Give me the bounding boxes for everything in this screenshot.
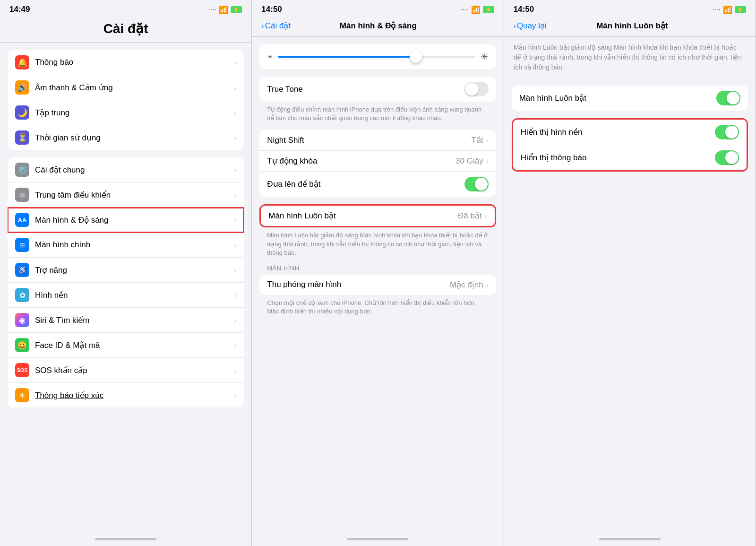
settings-row-hien-thi-hinh-nen[interactable]: Hiển thị hình nền [513, 120, 747, 145]
hinh-nen-icon: ✿ [15, 288, 29, 302]
thong-bao-label: Thông báo [35, 58, 234, 67]
chevron-face-id: › [234, 341, 236, 349]
settings-row-hinh-nen[interactable]: ✿ Hình nền › [8, 283, 244, 308]
home-bar-3 [599, 538, 661, 540]
chevron-thong-bao: › [234, 59, 236, 67]
hien-thi-hinh-nen-label: Hiển thị hình nền [521, 127, 715, 137]
home-indicator-3 [504, 532, 756, 546]
nav-title-3: Màn hình Luôn bật [518, 21, 746, 31]
face-id-icon: 😀 [15, 338, 29, 352]
settings-section-display-2: Night Shift Tắt › Tự động khóa 30 Giây ›… [259, 130, 496, 197]
thoi-gian-icon: ⏳ [15, 130, 29, 145]
hien-thi-thong-bao-label: Hiển thị thông báo [521, 153, 715, 163]
always-on-toggle[interactable] [716, 91, 740, 105]
settings-row-man-hinh-chinh[interactable]: ⊞ Màn hình chính › [8, 233, 244, 258]
settings-row-thoi-gian[interactable]: ⏳ Thời gian sử dụng › [8, 125, 244, 150]
brightness-thumb[interactable] [410, 51, 422, 63]
settings-scroll-1[interactable]: 🔔 Thông báo › 🔊 Âm thanh & Cảm ứng › 🌙 T… [0, 43, 251, 532]
settings-row-man-hinh[interactable]: AA Màn hình & Độ sáng › [8, 208, 244, 233]
hinh-nen-label: Hình nền [35, 290, 234, 300]
status-icons-2: ···· 📶 ⚡ [460, 5, 494, 14]
hien-thi-thong-bao-thumb [725, 151, 738, 164]
signal-icon-3: ···· [713, 6, 721, 13]
settings-row-dua-len[interactable]: Đưa lên để bật [259, 172, 496, 197]
settings-section-always-on-1: Màn hình Luôn bật [512, 86, 748, 111]
settings-row-thong-bao-tiep-xuc[interactable]: ☀ Thông báo tiếp xúc › [8, 383, 244, 407]
wifi-icon-1: 📶 [219, 5, 228, 14]
panel-settings: 14:49 ···· 📶 ⚡ Cài đặt 🔔 Thông báo › 🔊 Â… [0, 0, 252, 546]
hien-thi-thong-bao-toggle[interactable] [715, 150, 739, 165]
tap-trung-icon: 🌙 [15, 105, 29, 120]
trung-tam-label: Trung tâm điều khiển [35, 190, 234, 200]
chevron-trung-tam: › [234, 191, 236, 199]
battery-icon-1: ⚡ [231, 6, 242, 13]
settings-row-man-hinh-luon-bat[interactable]: Màn hình Luôn bật Đã bật › [261, 206, 494, 226]
dua-len-toggle[interactable] [464, 177, 489, 191]
chevron-man-hinh: › [234, 216, 236, 224]
settings-section-2: ⚙️ Cài đặt chung › ⊞ Trung tâm điều khiể… [8, 157, 244, 407]
settings-row-true-tone[interactable]: True Tone [259, 77, 496, 102]
settings-row-tu-dong-khoa[interactable]: Tự động khóa 30 Giây › [259, 151, 496, 172]
tap-trung-label: Tập trung [35, 108, 234, 118]
brightness-fill [278, 56, 416, 58]
settings-row-always-on-toggle[interactable]: Màn hình Luôn bật [512, 86, 748, 111]
status-time-1: 14:49 [9, 5, 30, 14]
man-hinh-label: Màn hình & Độ sáng [35, 215, 234, 225]
man-hinh-chinh-label: Màn hình chính [35, 240, 234, 250]
cai-dat-chung-icon: ⚙️ [15, 163, 29, 177]
home-indicator-1 [0, 532, 251, 546]
settings-row-trung-tam[interactable]: ⊞ Trung tâm điều khiển › [8, 182, 244, 208]
status-time-3: 14:50 [514, 5, 534, 14]
settings-row-thong-bao[interactable]: 🔔 Thông báo › [8, 50, 244, 75]
chevron-thoi-gian: › [234, 134, 236, 142]
signal-icon-2: ···· [460, 6, 468, 13]
true-tone-toggle[interactable] [464, 82, 489, 96]
settings-row-face-id[interactable]: 😀 Face ID & Mật mã › [8, 333, 244, 358]
settings-row-siri[interactable]: ◉ Siri & Tìm kiếm › [8, 308, 244, 333]
settings-row-tro-nang[interactable]: ♿ Trợ năng › [8, 258, 244, 283]
settings-row-cai-dat-chung[interactable]: ⚙️ Cài đặt chung › [8, 157, 244, 182]
settings-row-thu-phong[interactable]: Thu phóng màn hình Mặc định › [259, 275, 496, 295]
nav-header-2: ‹ Cài đặt Màn hình & Độ sáng [252, 17, 503, 37]
chevron-man-hinh-chinh: › [234, 241, 236, 249]
night-shift-value: Tắt [472, 135, 483, 145]
chevron-thong-bao-tiep-xuc: › [234, 391, 236, 399]
settings-section-1: 🔔 Thông báo › 🔊 Âm thanh & Cảm ứng › 🌙 T… [8, 50, 244, 150]
siri-icon: ◉ [15, 313, 29, 327]
home-indicator-2 [252, 532, 503, 546]
settings-row-am-thanh[interactable]: 🔊 Âm thanh & Cảm ứng › [8, 75, 244, 100]
nav-header-row-3: ‹ Quay lại Màn hình Luôn bật [514, 21, 746, 31]
hien-thi-hinh-nen-thumb [725, 126, 738, 139]
brightness-slider[interactable] [278, 56, 475, 58]
highlighted-options-section: Hiển thị hình nền Hiển thị thông báo [512, 118, 748, 172]
nav-header-1: Cài đặt [0, 17, 251, 43]
man-hinh-chinh-icon: ⊞ [15, 238, 29, 252]
settings-scroll-3[interactable]: Màn hình Luôn bật giảm độ sáng Màn hình … [504, 37, 756, 532]
true-tone-description: Tự động điều chỉnh màn hình iPhone dựa t… [252, 102, 503, 122]
nav-title-1: Cài đặt [9, 21, 242, 36]
status-time-2: 14:50 [261, 5, 282, 14]
chevron-tap-trung: › [234, 109, 236, 117]
always-on-description: Màn hình Luôn bật giảm độ sáng Màn hình … [504, 37, 756, 78]
thong-bao-icon: 🔔 [15, 55, 29, 69]
tro-nang-label: Trợ năng [35, 265, 234, 275]
nav-header-3: ‹ Quay lại Màn hình Luôn bật [504, 17, 756, 37]
chevron-thu-phong: › [486, 281, 489, 289]
trung-tam-icon: ⊞ [15, 188, 29, 202]
night-shift-label: Night Shift [267, 136, 471, 145]
status-icons-1: ···· 📶 ⚡ [208, 5, 242, 14]
settings-row-sos[interactable]: SOS SOS khẩn cấp › [8, 358, 244, 383]
nav-title-2: Màn hình & Độ sáng [262, 21, 494, 31]
thu-phong-label: Thu phóng màn hình [267, 280, 450, 289]
settings-row-night-shift[interactable]: Night Shift Tắt › [259, 130, 496, 151]
chevron-man-hinh-luon-bat: › [485, 212, 487, 220]
settings-row-hien-thi-thong-bao[interactable]: Hiển thị thông báo [513, 145, 747, 170]
man-hinh-luon-bat-label: Màn hình Luôn bật [268, 211, 458, 221]
hien-thi-hinh-nen-toggle[interactable] [715, 125, 739, 139]
settings-scroll-2[interactable]: ☀ ☀ True Tone Tự động điều chỉnh màn hìn… [252, 37, 503, 532]
settings-row-tap-trung[interactable]: 🌙 Tập trung › [8, 100, 244, 125]
always-on-toggle-label: Màn hình Luôn bật [519, 93, 716, 103]
settings-section-display-1: True Tone [259, 77, 496, 102]
tu-dong-khoa-value: 30 Giây [455, 156, 483, 166]
brightness-row: ☀ ☀ [267, 51, 488, 62]
